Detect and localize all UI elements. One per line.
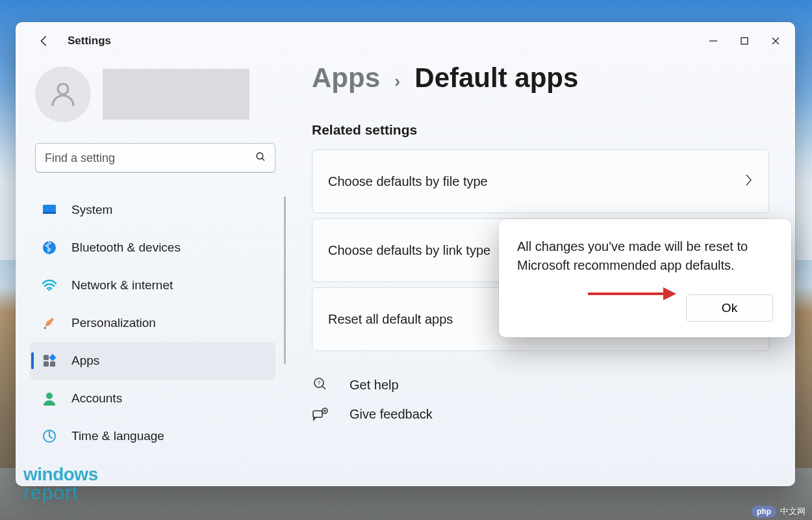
nav-item-network[interactable]: Network & internet (30, 266, 275, 304)
nav-label: Personalization (71, 316, 156, 330)
svg-point-15 (46, 393, 53, 399)
paintbrush-icon (42, 315, 57, 331)
nav-item-accounts[interactable]: Accounts (30, 380, 275, 417)
display-icon (42, 202, 57, 218)
clock-globe-icon (42, 428, 57, 444)
wifi-icon (42, 278, 57, 293)
nav-label: Apps (71, 354, 99, 368)
nav: System Bluetooth & devices Network & int… (30, 191, 275, 455)
nav-item-bluetooth[interactable]: Bluetooth & devices (30, 229, 275, 266)
reset-confirm-dialog: All changes you've made will be reset to… (499, 219, 791, 337)
back-button[interactable] (35, 32, 53, 50)
ok-button[interactable]: Ok (686, 294, 773, 322)
chevron-right-icon: › (394, 71, 400, 92)
svg-line-6 (262, 158, 264, 161)
breadcrumb-apps[interactable]: Apps (312, 62, 380, 94)
profile-block[interactable] (35, 66, 275, 122)
feedback-icon (312, 408, 330, 422)
give-feedback-link[interactable]: Give feedback (312, 407, 769, 422)
help-label: Give feedback (349, 407, 433, 422)
svg-line-18 (322, 386, 325, 389)
page-title: Default apps (414, 62, 578, 94)
svg-point-5 (257, 153, 263, 159)
help-label: Get help (349, 378, 399, 393)
svg-rect-12 (49, 354, 56, 361)
profile-name-redacted (103, 69, 249, 120)
nav-label: Time & language (71, 429, 164, 443)
svg-text:?: ? (317, 380, 320, 386)
svg-rect-14 (50, 361, 55, 367)
get-help-link[interactable]: ? Get help (312, 377, 769, 393)
nav-item-apps[interactable]: Apps (30, 342, 275, 380)
related-heading: Related settings (312, 122, 769, 138)
dialog-message: All changes you've made will be reset to… (517, 237, 773, 275)
svg-rect-1 (741, 38, 748, 44)
scrollbar[interactable] (284, 196, 286, 364)
svg-rect-13 (44, 361, 49, 367)
row-defaults-by-filetype[interactable]: Choose defaults by file type (312, 150, 769, 213)
sidebar: System Bluetooth & devices Network & int… (16, 60, 295, 486)
help-icon: ? (312, 377, 330, 393)
nav-label: Network & internet (71, 278, 173, 292)
svg-point-10 (48, 289, 50, 291)
breadcrumb: Apps › Default apps (312, 62, 769, 94)
apps-icon (42, 353, 57, 369)
maximize-button[interactable] (729, 28, 760, 54)
nav-item-time-language[interactable]: Time & language (30, 417, 275, 455)
svg-rect-20 (313, 411, 322, 417)
nav-item-personalization[interactable]: Personalization (30, 304, 275, 342)
search-icon (255, 151, 266, 165)
chevron-right-icon (744, 173, 753, 190)
window-title: Settings (68, 34, 111, 47)
titlebar: Settings (16, 22, 795, 60)
avatar (35, 66, 91, 122)
search-input[interactable] (35, 143, 275, 173)
svg-point-4 (58, 84, 68, 94)
person-icon (42, 391, 57, 406)
nav-item-system[interactable]: System (30, 191, 275, 229)
svg-rect-8 (43, 212, 56, 214)
row-label: Choose defaults by file type (328, 174, 488, 189)
nav-label: Bluetooth & devices (71, 240, 181, 255)
row-label: Choose defaults by link type (328, 243, 490, 258)
row-label: Reset all default apps (328, 312, 453, 327)
minimize-button[interactable] (698, 28, 729, 54)
bluetooth-icon (42, 240, 57, 255)
nav-label: Accounts (71, 391, 122, 406)
svg-point-9 (43, 241, 56, 254)
svg-point-22 (324, 410, 325, 411)
nav-label: System (71, 203, 112, 217)
close-button[interactable] (760, 28, 791, 54)
svg-rect-11 (44, 355, 49, 360)
